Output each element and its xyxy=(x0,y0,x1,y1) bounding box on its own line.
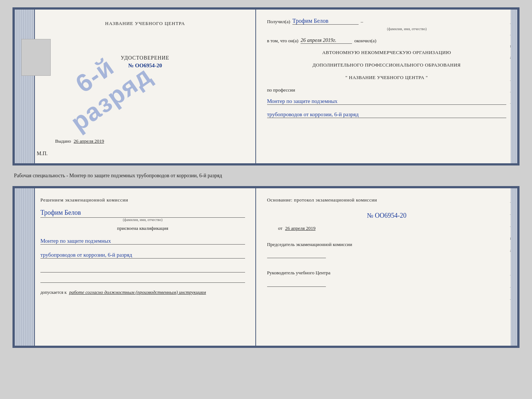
vtom-row: в том, что он(а) 26 апреля 2019г. окончи… xyxy=(267,38,506,44)
stamp-text-line2: разряд xyxy=(65,60,157,136)
profession-line1: Монтер по защите подземных xyxy=(267,98,506,105)
osnovanie-title: Основание: протокол экзаменационной коми… xyxy=(267,196,506,204)
middle-text: Рабочая специальность - Монтер по защите… xyxy=(12,172,520,179)
bottom-right-panel: Основание: протокол экзаменационной коми… xyxy=(256,188,517,346)
underline-1 xyxy=(40,266,245,272)
resheniem-title: Решением экзаменационной комиссии xyxy=(40,196,245,204)
cb-date-line: от 26 апреля 2019 xyxy=(267,225,506,231)
dopusk-block: допускается к работе согласно должностны… xyxy=(40,289,245,295)
udostoverenie-block: УДОСТОВЕРЕНИЕ № OO6954-20 xyxy=(121,55,169,69)
middle-text-content: Рабочая специальность - Монтер по защите… xyxy=(14,173,222,178)
bottom-left-panel: Решением экзаменационной комиссии Трофим… xyxy=(15,188,256,346)
cb-name-sub: (фамилия, имя, отчество) xyxy=(40,218,245,222)
qual-line2: трубопроводов от коррозии, 6-й разряд xyxy=(40,252,245,259)
top-certificate: НАЗВАНИЕ УЧЕБНОГО ЦЕНТРА 6-й разряд УДОС… xyxy=(12,7,520,165)
cb-number-hw: № OO6954-20 xyxy=(267,212,506,220)
vydano-block: Выдано 26 апреля 2019 xyxy=(55,138,104,144)
qual-line1: Монтер по защите подземных xyxy=(40,238,245,245)
dopusk-hw: работе согласно должностным (производств… xyxy=(69,289,206,295)
vydano-date-value: 26 апреля 2019 xyxy=(74,138,104,144)
cert-left-title: НАЗВАНИЕ УЧЕБНОГО ЦЕНТРА xyxy=(105,21,185,26)
vtom-label: в том, что он(а) xyxy=(267,38,299,44)
underline-2 xyxy=(40,276,245,283)
dopusk-label: допускается к xyxy=(40,290,66,295)
vtom-date: 26 апреля 2019г. xyxy=(301,38,352,44)
ruk-block: Руководитель учебного Центра xyxy=(267,269,506,287)
ruk-sig-line xyxy=(267,280,326,287)
cb-underlines xyxy=(40,266,245,283)
org-line1: АВТОНОМНУЮ НЕКОММЕРЧЕСКУЮ ОРГАНИЗАЦИЮ xyxy=(267,50,506,56)
ud-title: УДОСТОВЕРЕНИЕ xyxy=(121,55,169,61)
spine-right-bottom xyxy=(511,188,517,346)
cb-name-block: Трофим Белов (фамилия, имя, отчество) xyxy=(40,207,245,222)
spine-right xyxy=(511,10,517,163)
vydano-label-text: Выдано 26 апреля 2019 xyxy=(55,138,104,144)
predsed-block: Председатель экзаменационной комиссии xyxy=(267,241,506,259)
ruk-title: Руководитель учебного Центра xyxy=(267,270,331,275)
poluchil-sub: (фамилия, имя, отчество) xyxy=(308,27,506,31)
poluchil-label: Получил(а) xyxy=(267,19,290,25)
okonchil-label: окончил(а) xyxy=(354,38,376,44)
poluchil-row: Получил(а) Трофим Белов – xyxy=(267,18,506,25)
spine-left-bottom xyxy=(15,188,35,346)
po-professii-label: по профессии xyxy=(267,87,506,93)
photo-placeholder xyxy=(21,39,51,76)
ud-number: № OO6954-20 xyxy=(121,63,169,69)
predsed-title: Председатель экзаменационной комиссии xyxy=(267,242,352,247)
ot-label: от xyxy=(278,225,283,231)
ot-date: 26 апреля 2019 xyxy=(285,225,316,231)
org-line2: ДОПОЛНИТЕЛЬНОГО ПРОФЕССИОНАЛЬНОГО ОБРАЗО… xyxy=(267,62,506,68)
cert-left-panel: НАЗВАНИЕ УЧЕБНОГО ЦЕНТРА 6-й разряд УДОС… xyxy=(15,10,256,163)
cb-name-hw: Трофим Белов xyxy=(40,209,245,218)
org-line3: " НАЗВАНИЕ УЧЕБНОГО ЦЕНТРА " xyxy=(267,75,506,81)
bottom-certificate: Решением экзаменационной комиссии Трофим… xyxy=(12,186,520,348)
mp-block: М.П. xyxy=(37,151,48,157)
predsed-sig-line xyxy=(267,252,326,258)
profession-line2: трубопроводов от коррозии, 6-й разряд xyxy=(267,111,506,118)
stamp-text-line1: 6-й xyxy=(70,52,119,98)
cert-right-panel: Получил(а) Трофим Белов – (фамилия, имя,… xyxy=(256,10,517,163)
prisvoena-label: присвоена квалификация xyxy=(40,225,245,231)
dash-after-name: – xyxy=(361,19,363,25)
poluchil-name: Трофим Белов xyxy=(292,18,359,25)
